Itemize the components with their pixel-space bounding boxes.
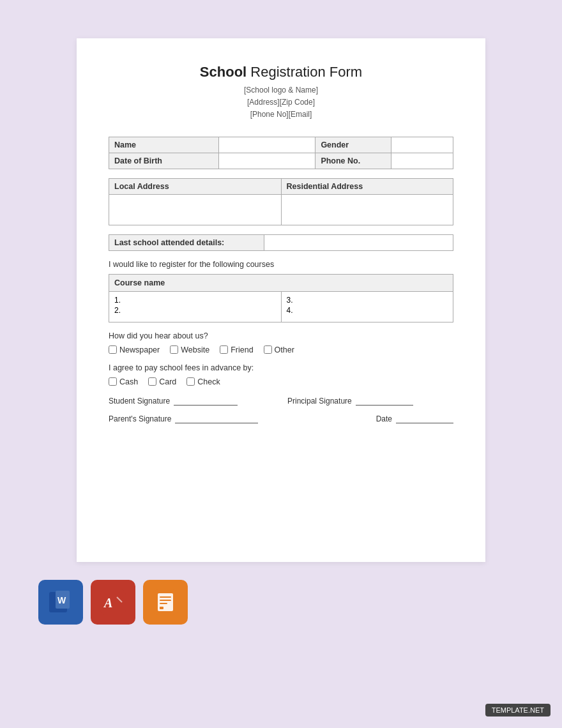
option-other[interactable]: Other — [264, 345, 294, 354]
personal-info-table: Name Gender Date of Birth Phone No. — [109, 137, 453, 169]
address-table: Local Address Residential Address — [109, 178, 453, 225]
svg-rect-10 — [160, 603, 167, 604]
local-address-value[interactable] — [109, 194, 282, 225]
pdf-icon[interactable]: A — [91, 580, 135, 625]
word-icon[interactable]: W — [38, 580, 83, 625]
option-friend[interactable]: Friend — [220, 345, 253, 354]
school-contact: [Phone No][Email] — [109, 109, 453, 121]
date-label: Date — [376, 414, 392, 423]
name-label: Name — [109, 137, 219, 153]
gender-value[interactable] — [391, 137, 453, 153]
courses-table: Course name 1. 2. 3. 4. — [109, 274, 453, 322]
option-check[interactable]: Check — [186, 377, 220, 386]
option-newspaper[interactable]: Newspaper — [109, 345, 160, 354]
dob-value[interactable] — [219, 153, 315, 169]
gender-label: Gender — [315, 137, 391, 153]
template-badge: TEMPLATE.NET — [485, 704, 551, 717]
parent-sig-line[interactable] — [175, 413, 258, 423]
signatures-section: Student Signature Principal Signature Pa… — [109, 395, 453, 423]
school-address: [Address][Zip Code] — [109, 96, 453, 109]
school-logo-name: [School logo & Name] — [109, 84, 453, 96]
residential-address-value[interactable] — [281, 194, 453, 225]
form-card: School Registration Form [School logo & … — [77, 38, 485, 562]
checkbox-card[interactable] — [148, 377, 156, 386]
date-line[interactable] — [396, 413, 453, 423]
dob-label: Date of Birth — [109, 153, 219, 169]
phone-value[interactable] — [391, 153, 453, 169]
courses-right[interactable]: 3. 4. — [281, 291, 453, 322]
option-cash[interactable]: Cash — [109, 377, 138, 386]
payment-options: Cash Card Check — [109, 377, 453, 386]
courses-intro: I would like to register for the followi… — [109, 260, 453, 269]
svg-rect-8 — [160, 596, 171, 598]
residential-address-label: Residential Address — [281, 178, 453, 194]
school-info: [School logo & Name] [Address][Zip Code]… — [109, 84, 453, 121]
how-hear-question: How did you hear about us? — [109, 331, 453, 340]
parent-sig-label: Parent's Signature — [109, 414, 171, 423]
how-hear-options: Newspaper Website Friend Other — [109, 345, 453, 354]
svg-rect-11 — [160, 607, 163, 609]
student-sig-label: Student Signature — [109, 397, 170, 406]
local-address-label: Local Address — [109, 178, 282, 194]
svg-rect-9 — [160, 600, 171, 601]
phone-label: Phone No. — [315, 153, 391, 169]
last-school-value[interactable] — [264, 234, 453, 250]
principal-sig-line[interactable] — [356, 395, 413, 406]
courses-label: Course name — [109, 274, 453, 291]
bottom-icons: W A — [38, 580, 188, 625]
checkbox-other[interactable] — [264, 345, 272, 354]
last-school-label: Last school attended details: — [109, 234, 264, 250]
principal-sig-label: Principal Signature — [287, 397, 352, 406]
student-sig-line[interactable] — [174, 395, 238, 406]
svg-text:W: W — [57, 595, 66, 605]
option-website[interactable]: Website — [170, 345, 209, 354]
courses-left[interactable]: 1. 2. — [109, 291, 282, 322]
page-container: School Registration Form [School logo & … — [0, 0, 562, 650]
checkbox-check[interactable] — [186, 377, 195, 386]
pages-icon[interactable] — [143, 580, 188, 625]
svg-text:A: A — [103, 596, 112, 610]
checkbox-friend[interactable] — [220, 345, 228, 354]
form-title: School Registration Form — [109, 64, 453, 80]
name-value[interactable] — [219, 137, 315, 153]
checkbox-cash[interactable] — [109, 377, 117, 386]
checkbox-newspaper[interactable] — [109, 345, 117, 354]
option-card[interactable]: Card — [148, 377, 176, 386]
payment-intro: I agree to pay school fees in advance by… — [109, 363, 453, 372]
last-school-table: Last school attended details: — [109, 234, 453, 251]
checkbox-website[interactable] — [170, 345, 178, 354]
